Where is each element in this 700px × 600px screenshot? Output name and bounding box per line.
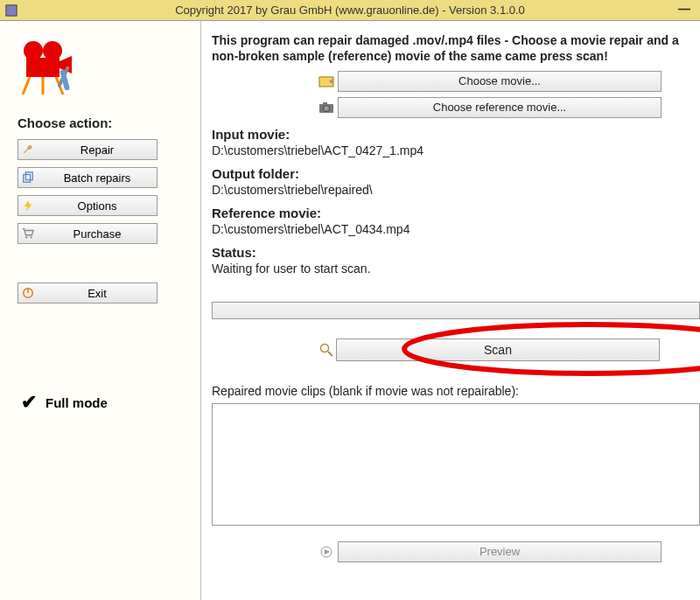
purchase-button-label: Purchase — [38, 227, 157, 241]
copy-icon — [18, 171, 38, 184]
svg-marker-26 — [325, 549, 330, 555]
svg-line-23 — [328, 352, 332, 356]
cart-icon — [18, 227, 38, 240]
choose-movie-button[interactable]: Choose movie... — [338, 71, 662, 92]
titlebar-text: Copyright 2017 by Grau GmbH (www.grauonl… — [175, 3, 525, 17]
batch-button-label: Batch repairs — [38, 171, 157, 185]
svg-point-14 — [30, 236, 32, 238]
exit-button[interactable]: Exit — [18, 283, 158, 303]
scan-button[interactable]: Scan — [336, 338, 660, 361]
status-value: Waiting for user to start scan. — [212, 262, 700, 276]
output-folder-value: D:\customers\triebel\repaired\ — [212, 183, 700, 197]
preview-button[interactable]: Preview — [338, 541, 662, 562]
repair-button[interactable]: Repair — [18, 139, 158, 160]
choose-action-label: Choose action: — [18, 115, 183, 130]
magnifier-icon — [317, 343, 336, 357]
repaired-clips-label: Repaired movie clips (blank if movie was… — [212, 384, 700, 398]
svg-rect-3 — [26, 58, 60, 77]
full-mode-label: Full mode — [46, 395, 108, 410]
exit-button-label: Exit — [38, 287, 157, 300]
options-button-label: Options — [38, 199, 157, 213]
svg-line-5 — [23, 77, 30, 94]
titlebar: Copyright 2017 by Grau GmbH (www.grauonl… — [0, 0, 700, 21]
purchase-button[interactable]: Purchase — [18, 223, 158, 244]
svg-rect-10 — [24, 175, 31, 183]
full-mode-indicator: ✔ Full mode — [18, 391, 183, 414]
choose-reference-button[interactable]: Choose reference movie... — [338, 97, 662, 118]
reference-movie-label: Reference movie: — [212, 206, 700, 220]
repair-button-label: Repair — [38, 143, 157, 157]
input-movie-value: D:\customers\triebel\ACT_0427_1.mp4 — [212, 143, 700, 157]
camera-icon — [317, 98, 336, 117]
svg-point-1 — [24, 41, 43, 60]
svg-rect-0 — [6, 4, 17, 15]
svg-point-2 — [43, 41, 62, 60]
batch-repairs-button[interactable]: Batch repairs — [18, 167, 158, 188]
movie-folder-icon — [317, 72, 336, 91]
instructions-text: This program can repair damaged .mov/.mp… — [212, 33, 700, 64]
options-button[interactable]: Options — [18, 195, 158, 216]
svg-point-13 — [25, 236, 27, 238]
progress-bar — [212, 302, 700, 319]
logo — [18, 37, 183, 101]
output-folder-label: Output folder: — [212, 166, 700, 181]
svg-point-22 — [321, 345, 329, 352]
status-label: Status: — [212, 245, 700, 260]
app-icon — [5, 4, 18, 17]
svg-point-20 — [324, 106, 330, 112]
main-panel: This program can repair damaged .mov/.mp… — [201, 21, 700, 600]
checkmark-icon: ✔ — [18, 391, 37, 414]
svg-rect-11 — [25, 172, 32, 180]
reference-movie-value: D:\customers\triebel\ACT_0434.mp4 — [212, 222, 700, 236]
svg-marker-12 — [24, 200, 32, 211]
svg-rect-21 — [323, 102, 327, 105]
repaired-clips-list[interactable] — [212, 403, 700, 526]
input-movie-label: Input movie: — [212, 127, 700, 142]
sidebar: Choose action: Repair Batch repairs Opti… — [0, 21, 201, 600]
lightning-icon — [18, 199, 38, 212]
wrench-icon — [18, 143, 38, 156]
minimize-button[interactable]: — — [668, 0, 700, 21]
play-icon — [317, 546, 336, 558]
power-icon — [18, 287, 38, 299]
